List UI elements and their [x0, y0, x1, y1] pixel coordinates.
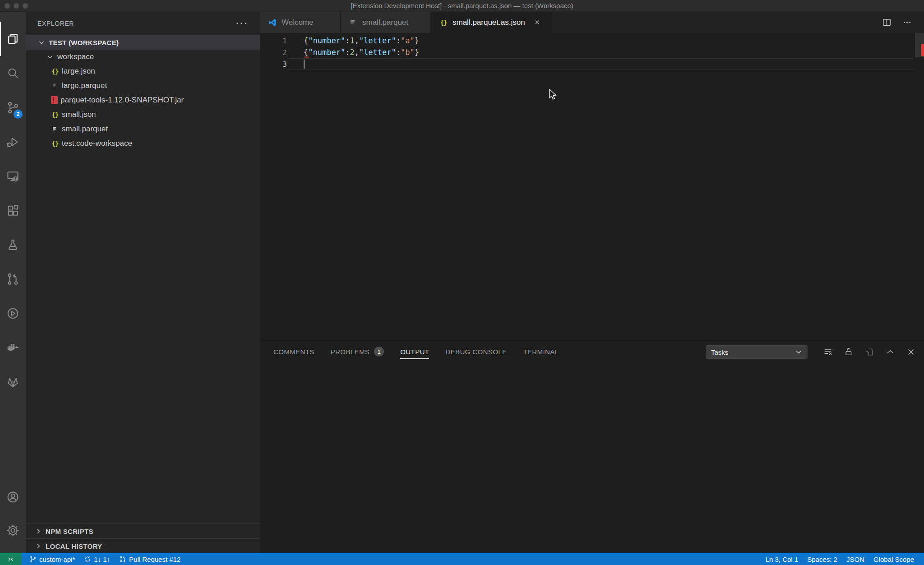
status-bar-left: custom-api*1↓ 1↑Pull Request #12: [25, 553, 185, 565]
section-label: LOCAL HISTORY: [46, 542, 102, 550]
tab-small-parquet-as-json[interactable]: {}small.parquet.as.json: [431, 12, 552, 33]
panel-tab-terminal[interactable]: TERMINAL: [523, 341, 559, 362]
close-window-button[interactable]: [5, 3, 10, 9]
sidebar-bottom-sections: NPM SCRIPTSLOCAL HISTORY: [26, 523, 260, 553]
zoom-window-button[interactable]: [23, 3, 28, 9]
explorer-more-actions-button[interactable]: ···: [236, 17, 248, 29]
status-item-indentation[interactable]: Spaces: 2: [803, 553, 842, 565]
problems-count-badge: 1: [374, 347, 384, 357]
activity-bar: 2: [0, 12, 26, 553]
minimize-window-button[interactable]: [14, 3, 19, 9]
sync-icon: [84, 556, 91, 563]
activity-item-accounts[interactable]: [0, 480, 26, 514]
token: "a": [401, 36, 415, 45]
docker-icon: [6, 341, 20, 355]
remote-indicator[interactable]: [0, 553, 21, 565]
workbench: 2 EXPLORER ··· TEST (WORKSPACE) workspac…: [0, 12, 924, 553]
status-bar: custom-api*1↓ 1↑Pull Request #12 Ln 3, C…: [0, 553, 924, 565]
chevron-down-icon: [38, 39, 45, 46]
status-item-git-branch[interactable]: custom-api*: [25, 553, 79, 565]
section-local-history[interactable]: LOCAL HISTORY: [26, 538, 260, 553]
section-npm-scripts[interactable]: NPM SCRIPTS: [26, 523, 260, 538]
token: :: [396, 48, 401, 57]
close-tab-button[interactable]: [533, 19, 541, 27]
token: :: [345, 48, 350, 57]
file-row-test.code-workspace[interactable]: {}test.code-workspace: [26, 136, 260, 151]
tab-welcome[interactable]: Welcome: [260, 12, 341, 33]
line-number: 1: [260, 37, 287, 45]
panel-tab-output[interactable]: OUTPUT: [400, 341, 429, 362]
parquet-file-icon: [51, 125, 59, 133]
code-line-3[interactable]: 3: [260, 58, 924, 70]
panel-tab-debug-console[interactable]: DEBUG CONSOLE: [445, 341, 507, 362]
line-content: {"number":2,"letter":"b"}: [287, 48, 419, 57]
panel-tab-problems[interactable]: PROBLEMS1: [331, 341, 384, 362]
split-editor-button[interactable]: [882, 17, 892, 28]
line-number: 2: [260, 48, 287, 57]
more-actions-button[interactable]: [902, 17, 912, 28]
status-item-label: custom-api*: [39, 556, 75, 563]
activity-item-run-debug[interactable]: [0, 125, 26, 159]
activity-item-source-control[interactable]: 2: [0, 90, 26, 125]
tab-small-parquet[interactable]: small.parquet: [341, 12, 431, 33]
code-line-2[interactable]: 2{"number":2,"letter":"b"}: [260, 46, 924, 58]
code-line-1[interactable]: 1{"number":1,"letter":"a"}: [260, 35, 924, 46]
file-row-parquet-tools-1.12.0-SNAPSHOT.jar[interactable]: parquet-tools-1.12.0-SNAPSHOT.jar: [26, 93, 260, 107]
file-row-small.parquet[interactable]: small.parquet: [26, 122, 260, 136]
activity-item-explorer[interactable]: [0, 22, 26, 56]
bottom-panel: COMMENTSPROBLEMS1OUTPUTDEBUG CONSOLETERM…: [260, 341, 924, 553]
tab-label: small.parquet.as.json: [453, 18, 525, 27]
line-number: 3: [260, 60, 287, 69]
status-item-label: Pull Request #12: [129, 556, 180, 563]
activity-item-live-preview[interactable]: [0, 296, 26, 330]
token: "letter": [359, 48, 396, 57]
open-log-file-button[interactable]: [864, 347, 874, 357]
file-row-large.json[interactable]: {}large.json: [26, 64, 260, 79]
sidebar-header: EXPLORER ···: [26, 12, 260, 35]
editor-content[interactable]: 1{"number":1,"letter":"a"}2{"number":2,"…: [260, 33, 924, 341]
account-icon: [6, 490, 20, 504]
activity-item-extensions[interactable]: [0, 193, 26, 227]
panel-tab-label: DEBUG CONSOLE: [445, 348, 507, 356]
file-row-large.parquet[interactable]: large.parquet: [26, 79, 260, 93]
editor-scrollbar[interactable]: [915, 33, 924, 341]
file-row-small.json[interactable]: {}small.json: [26, 107, 260, 122]
status-item-sync-changes[interactable]: 1↓ 1↑: [79, 553, 115, 565]
status-bar-right: Ln 3, Col 1Spaces: 2JSONGlobal Scope: [761, 553, 919, 565]
activity-item-github-pull-requests[interactable]: [0, 262, 26, 296]
activity-item-settings[interactable]: [0, 514, 26, 547]
file-list: {}large.jsonlarge.parquetparquet-tools-1…: [26, 64, 260, 151]
pr-white-icon: [119, 556, 126, 563]
panel-tab-label: COMMENTS: [273, 348, 314, 356]
folder-row-workspace[interactable]: workspace: [26, 50, 260, 64]
activity-item-remote-explorer[interactable]: [0, 159, 26, 193]
panel-tab-comments[interactable]: COMMENTS: [273, 341, 314, 362]
token: :: [396, 36, 401, 45]
unlock-icon[interactable]: [844, 347, 854, 357]
status-item-pull-request[interactable]: Pull Request #12: [115, 553, 185, 565]
activity-item-testing[interactable]: [0, 227, 26, 262]
status-item-cursor-position[interactable]: Ln 3, Col 1: [761, 553, 803, 565]
section-label: NPM SCRIPTS: [46, 528, 93, 535]
sidebar-title: EXPLORER: [37, 20, 74, 27]
token: }: [415, 36, 419, 45]
clear-output-button[interactable]: [823, 347, 833, 357]
maximize-panel-button[interactable]: [885, 347, 895, 357]
token: "number": [308, 36, 345, 45]
status-item-language-mode[interactable]: JSON: [842, 553, 869, 565]
workspace-section-header[interactable]: TEST (WORKSPACE): [26, 35, 260, 50]
close-panel-button[interactable]: [906, 347, 916, 357]
chevron-right-icon: [35, 542, 42, 550]
token: ,: [355, 36, 359, 45]
activity-item-search[interactable]: [0, 56, 26, 90]
remote-icon: [7, 556, 14, 563]
status-item-scope-indicator[interactable]: Global Scope: [869, 553, 919, 565]
git-pull-request-icon: [6, 272, 20, 286]
token: :: [345, 36, 350, 45]
activity-item-gitlab[interactable]: [0, 365, 26, 399]
activity-item-docker[interactable]: [0, 330, 26, 365]
output-channel-dropdown[interactable]: Tasks: [706, 345, 808, 359]
search-icon: [6, 66, 20, 80]
token: ,: [355, 48, 359, 57]
window-title: [Extension Development Host] - small.par…: [351, 2, 573, 9]
